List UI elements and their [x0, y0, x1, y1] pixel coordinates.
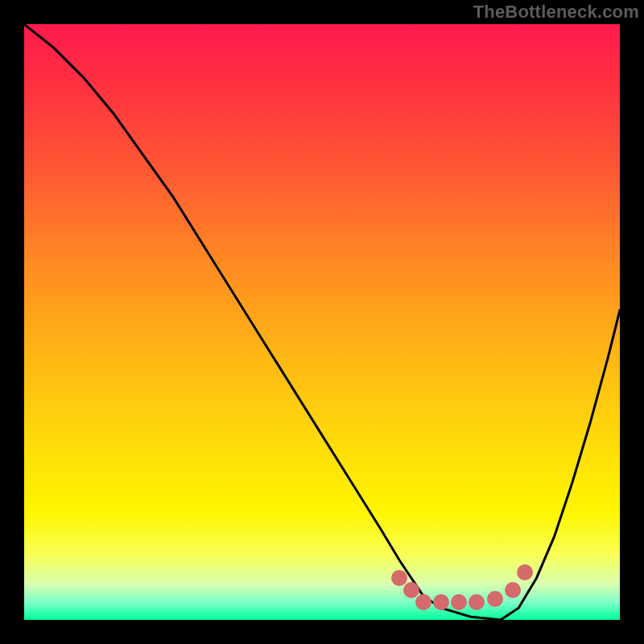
- left-curve: [24, 24, 501, 620]
- right-bottom-marker: [505, 582, 521, 598]
- flat-end-marker: [487, 591, 503, 607]
- flat-marker-2: [433, 594, 449, 610]
- watermark-text: TheBottleneck.com: [473, 2, 639, 23]
- flat-marker-1: [415, 594, 431, 610]
- curve-layer: [24, 24, 620, 620]
- right-start-marker: [517, 564, 533, 580]
- plot-area: [24, 24, 620, 620]
- flat-marker-3: [451, 594, 467, 610]
- flat-marker-4: [469, 594, 485, 610]
- chart-frame: TheBottleneck.com: [0, 0, 644, 644]
